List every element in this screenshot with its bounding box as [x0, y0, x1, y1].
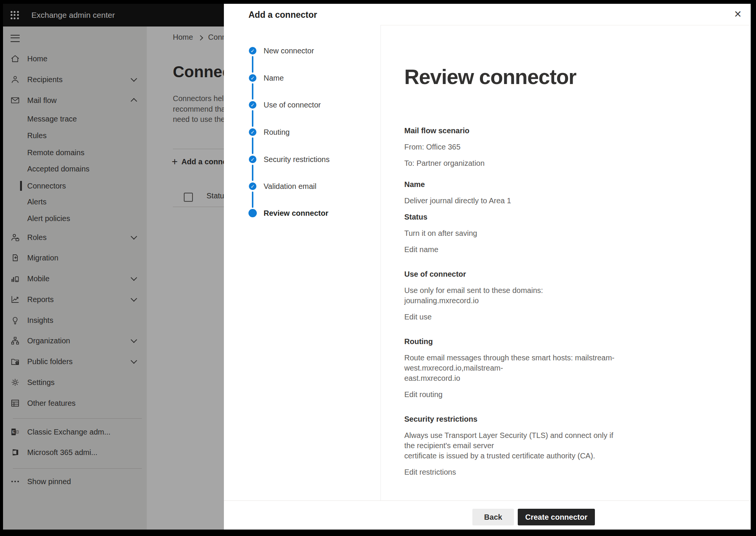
step-complete-check-icon: ✓ [249, 156, 256, 163]
step-label: Review connector [264, 209, 328, 218]
review-section-mail-flow-scenario: Mail flow scenarioFrom: Office 365To: Pa… [404, 126, 751, 168]
step-label: Security restrictions [264, 155, 330, 164]
section-heading: Use of connector [404, 269, 751, 279]
section-value: Always use Transport Layer Security (TLS… [404, 430, 618, 461]
section-value: Turn it on after saving [404, 228, 618, 238]
step-label: Routing [264, 128, 290, 137]
edit-use-link[interactable]: Edit use [404, 312, 432, 322]
wizard-step-use-of-connector[interactable]: ✓Use of connector [224, 97, 380, 112]
wizard-step-review-connector[interactable]: Review connector [224, 206, 380, 221]
step-label: New connector [264, 47, 314, 55]
add-connector-modal: Add a connector ✕ ✓New connector✓Name✓Us… [224, 4, 751, 530]
step-complete-check-icon: ✓ [249, 47, 256, 55]
review-section-status: StatusTurn it on after savingEdit name [404, 212, 751, 255]
section-value: From: Office 365 [404, 142, 618, 152]
screen: Exchange admin center HomeRecipientsMail… [3, 4, 751, 530]
section-value: Use only for email sent to these domains… [404, 285, 618, 306]
review-section-security-restrictions: Security restrictionsAlways use Transpor… [404, 414, 751, 477]
section-heading: Security restrictions [404, 414, 751, 424]
section-heading: Routing [404, 337, 751, 347]
edit-restrictions-link[interactable]: Edit restrictions [404, 467, 456, 477]
wizard-step-new-connector[interactable]: ✓New connector [224, 43, 380, 58]
step-label: Use of connector [264, 101, 321, 109]
modal-footer: Back Create connector [224, 500, 751, 530]
wizard-step-validation-email[interactable]: ✓Validation email [224, 179, 380, 194]
step-label: Validation email [264, 182, 317, 191]
modal-header: Add a connector ✕ [224, 4, 751, 25]
step-complete-check-icon: ✓ [249, 101, 256, 109]
review-section-routing: RoutingRoute email messages through thes… [404, 337, 751, 400]
section-heading: Status [404, 212, 751, 222]
wizard-stepper: ✓New connector✓Name✓Use of connector✓Rou… [224, 25, 381, 501]
wizard-step-security-restrictions[interactable]: ✓Security restrictions [224, 152, 380, 167]
step-complete-check-icon: ✓ [249, 128, 256, 136]
modal-title: Add a connector [248, 4, 317, 25]
back-button[interactable]: Back [472, 509, 514, 525]
wizard-step-routing[interactable]: ✓Routing [224, 125, 380, 140]
section-value: Route email messages through these smart… [404, 353, 618, 383]
step-complete-check-icon: ✓ [249, 182, 256, 190]
edit-routing-link[interactable]: Edit routing [404, 390, 442, 400]
review-section-use-of-connector: Use of connectorUse only for email sent … [404, 269, 751, 322]
review-section-name: NameDeliver journal directly to Area 1 [404, 179, 751, 206]
step-label: Name [264, 74, 284, 83]
review-connector-panel: Review connector Mail flow scenarioFrom:… [380, 25, 751, 501]
review-heading: Review connector [404, 64, 751, 89]
section-value: To: Partner organization [404, 158, 618, 168]
step-current-icon [248, 209, 257, 217]
section-heading: Mail flow scenario [404, 126, 751, 136]
step-complete-check-icon: ✓ [249, 74, 256, 82]
section-value: Deliver journal directly to Area 1 [404, 196, 618, 206]
close-icon[interactable]: ✕ [730, 7, 745, 22]
edit-name-link[interactable]: Edit name [404, 245, 438, 255]
create-connector-button[interactable]: Create connector [518, 509, 595, 525]
section-heading: Name [404, 179, 751, 190]
wizard-step-name[interactable]: ✓Name [224, 70, 380, 86]
